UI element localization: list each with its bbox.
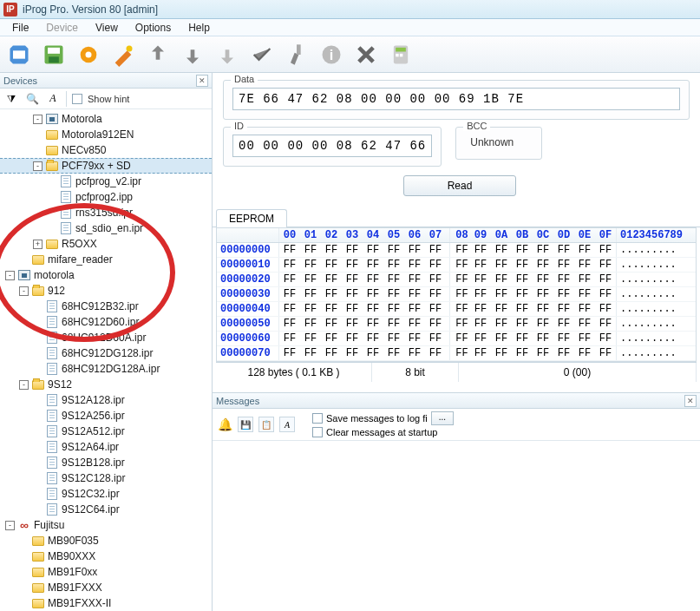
tree-label: 9S12: [48, 378, 72, 391]
tree-row[interactable]: 9S12C64.ipr: [0, 502, 212, 517]
tree-row[interactable]: 68HC912D60.ipr: [0, 314, 212, 330]
tree-twisty[interactable]: -: [33, 161, 43, 171]
clear-startup-checkbox[interactable]: [312, 427, 323, 437]
read-button[interactable]: Read: [403, 175, 516, 196]
tree-twisty: [33, 505, 43, 515]
tree-row[interactable]: -9S12: [0, 377, 212, 392]
messages-body[interactable]: [213, 441, 700, 536]
tab-eeprom[interactable]: EEPROM: [216, 209, 287, 227]
filter-icon[interactable]: ⧩: [3, 91, 19, 107]
folder-icon: [45, 238, 59, 250]
tree-label: pcfprog_v2.ipr: [75, 175, 141, 187]
tree-row[interactable]: 9S12C128.ipr: [0, 470, 212, 486]
tree-row[interactable]: 68HC912B32.ipr: [0, 299, 212, 314]
id-fieldset: ID 00 00 00 00 08 62 47 66: [223, 127, 442, 167]
tree-row[interactable]: -Motorola: [0, 111, 212, 127]
menu-device[interactable]: Device: [37, 20, 87, 36]
msg-save-icon[interactable]: 💾: [238, 417, 253, 432]
tree-twisty: [33, 443, 43, 452]
tree-label: Motorola912EN: [62, 128, 134, 141]
tree-row[interactable]: 9S12B128.ipr: [0, 455, 212, 470]
id-input[interactable]: 00 00 00 00 08 62 47 66: [232, 135, 432, 157]
close-icon[interactable]: [352, 41, 380, 69]
tree-twisty[interactable]: +: [33, 240, 43, 249]
tree-row[interactable]: sd_sdio_en.ipr: [0, 220, 212, 236]
bcc-label: BCC: [463, 121, 490, 131]
menu-view[interactable]: View: [87, 20, 127, 36]
tree-twisty[interactable]: -: [19, 286, 29, 296]
tree-row[interactable]: 9S12A64.ipr: [0, 439, 212, 455]
check-icon[interactable]: [248, 41, 276, 69]
tree-row[interactable]: -∞Fujitsu: [0, 517, 212, 533]
tree-row[interactable]: 9S12A128.ipr: [0, 392, 212, 408]
tree-row[interactable]: NECv850: [0, 142, 212, 158]
tree-row[interactable]: MB91FXXX-II: [0, 595, 212, 611]
download2-icon[interactable]: [213, 41, 241, 69]
tree-row[interactable]: MB91F0xx: [0, 564, 212, 580]
devices-close-icon[interactable]: ✕: [196, 75, 208, 87]
menu-file[interactable]: File: [3, 20, 37, 36]
tree-row[interactable]: rns315sd.ipr: [0, 205, 212, 220]
wizard-icon[interactable]: [109, 41, 137, 69]
tree-row[interactable]: -PCF79xx + SD: [0, 158, 212, 174]
tree-twisty[interactable]: -: [5, 521, 15, 530]
file-icon: [45, 425, 59, 437]
tree-label: 9S12C128.ipr: [62, 472, 125, 484]
tree-twisty[interactable]: -: [19, 380, 29, 390]
menu-options[interactable]: Options: [127, 20, 180, 36]
save-icon[interactable]: [40, 41, 68, 69]
messages-close-icon[interactable]: ✕: [684, 395, 697, 407]
open-file-icon[interactable]: [5, 41, 33, 69]
app-icon: IP: [3, 3, 17, 16]
tree-row[interactable]: -912: [0, 283, 212, 299]
tree-row[interactable]: Motorola912EN: [0, 127, 212, 142]
tree-twisty[interactable]: -: [33, 115, 43, 124]
messages-panel: Messages ✕ 🔔 💾 📋 A Save messages to log …: [213, 392, 700, 536]
tree-row[interactable]: pcfprog_v2.ipr: [0, 174, 212, 189]
hex-grid[interactable]: 000102030405060708090A0B0C0D0E0F01234567…: [216, 227, 697, 362]
tree-row[interactable]: 68HC912DG128.ipr: [0, 345, 212, 361]
search-icon[interactable]: 🔍: [24, 91, 40, 107]
settings-icon[interactable]: [75, 41, 102, 69]
msg-copy-icon[interactable]: 📋: [258, 417, 274, 432]
tree-label: 9S12A512.ipr: [62, 425, 125, 437]
tree-row[interactable]: -motorola: [0, 267, 212, 283]
calculator-icon[interactable]: [387, 41, 415, 69]
brush-icon[interactable]: [283, 41, 311, 69]
file-icon: [45, 316, 59, 328]
info-icon[interactable]: i: [317, 41, 345, 69]
tree-row[interactable]: pcfprog2.ipp: [0, 189, 212, 205]
tree-row[interactable]: mifare_reader: [0, 252, 212, 267]
browse-log-button[interactable]: ...: [431, 411, 454, 425]
svg-rect-11: [396, 53, 399, 56]
show-hint-checkbox[interactable]: [72, 94, 82, 104]
download-icon[interactable]: [179, 41, 206, 69]
tree-twisty[interactable]: -: [5, 271, 15, 280]
devices-header: Devices ✕: [0, 73, 212, 89]
menu-help[interactable]: Help: [180, 20, 219, 36]
bell-icon[interactable]: 🔔: [218, 417, 232, 431]
tree-row[interactable]: MB90F035: [0, 533, 212, 549]
tree-row[interactable]: 9S12A256.ipr: [0, 408, 212, 424]
tree-twisty: [19, 568, 29, 577]
save-log-checkbox[interactable]: [312, 413, 323, 424]
tree-label: 9S12A64.ipr: [62, 441, 119, 453]
font-icon[interactable]: A: [45, 91, 61, 107]
tree-row[interactable]: 68HC912D60A.ipr: [0, 330, 212, 345]
msg-font-icon[interactable]: A: [279, 417, 295, 432]
tree-label: R5OXX: [62, 238, 97, 250]
folder-icon: [31, 550, 45, 562]
tree-row[interactable]: 68HC912DG128A.ipr: [0, 361, 212, 377]
tree-row[interactable]: MB90XXX: [0, 549, 212, 564]
tree-row[interactable]: +R5OXX: [0, 236, 212, 252]
tree-label: motorola: [34, 269, 75, 281]
tree-twisty: [33, 333, 43, 343]
devices-toolbar: ⧩ 🔍 A Show hint: [0, 89, 212, 109]
tree-row[interactable]: MB91FXXX: [0, 580, 212, 595]
devices-tree[interactable]: -MotorolaMotorola912ENNECv850-PCF79xx + …: [0, 109, 212, 611]
upload-icon[interactable]: [144, 41, 172, 69]
tree-label: 68HC912B32.ipr: [62, 300, 139, 312]
tree-row[interactable]: 9S12C32.ipr: [0, 486, 212, 502]
tree-row[interactable]: 9S12A512.ipr: [0, 424, 212, 439]
data-input[interactable]: 7E 66 47 62 08 00 00 00 00 69 1B 7E: [232, 88, 680, 110]
